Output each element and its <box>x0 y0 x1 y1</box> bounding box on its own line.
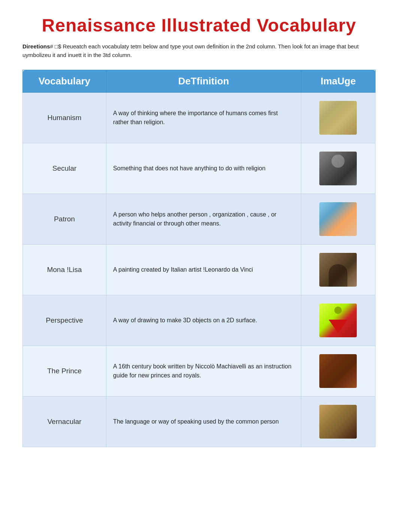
vocab-image <box>319 304 357 337</box>
vocab-image <box>319 202 357 236</box>
table-header-row: Vocabulary DeTfinition ImaUge <box>23 70 376 93</box>
table-row: SecularSomething that does not have anyt… <box>23 143 376 194</box>
vocab-term: The Prince <box>23 346 106 397</box>
image-cell <box>301 93 375 143</box>
image-cell <box>301 143 375 194</box>
image-cell <box>301 295 375 346</box>
vocab-term: Perspective <box>23 295 106 346</box>
page-title: Renaissance Illustrated Vocabulary <box>22 15 376 36</box>
vocab-term: Patron <box>23 194 106 245</box>
vocab-image <box>319 405 357 439</box>
vocab-term: Secular <box>23 143 106 194</box>
definition-cell: A person who helps another person , orga… <box>106 194 301 245</box>
col-header-vocabulary: Vocabulary <box>23 70 106 93</box>
definition-cell: The language or way of speaking used by … <box>106 397 301 447</box>
table-row: VernacularThe language or way of speakin… <box>23 397 376 447</box>
table-row: PerspectiveA way of drawing to make 3D o… <box>23 295 376 346</box>
directions-text: Direetions# □$ Reueatch each vocabulaty … <box>22 42 376 59</box>
definition-cell: A painting created by Italian artist !Le… <box>106 245 301 295</box>
table-row: Mona !LisaA painting created by Italian … <box>23 245 376 295</box>
definition-cell: Something that does not have anything to… <box>106 143 301 194</box>
directions-label: Direetions <box>22 43 50 50</box>
vocab-term: Humanism <box>23 93 106 143</box>
image-cell <box>301 194 375 245</box>
table-row: HumanismA way of thinking where the impo… <box>23 93 376 143</box>
vocab-image <box>319 152 357 185</box>
col-header-definition: DeTfinition <box>106 70 301 93</box>
vocab-term: Mona !Lisa <box>23 245 106 295</box>
directions-body: # □$ Reueatch each vocabulaty tetm below… <box>22 43 359 58</box>
vocab-image <box>319 101 357 135</box>
image-cell <box>301 346 375 397</box>
col-header-image: ImaUge <box>301 70 375 93</box>
vocabulary-table: Vocabulary DeTfinition ImaUge HumanismA … <box>22 70 376 447</box>
vocab-term: Vernacular <box>23 397 106 447</box>
table-row: The PrinceA 16th century book written by… <box>23 346 376 397</box>
definition-cell: A way of drawing to make 3D objects on a… <box>106 295 301 346</box>
image-cell <box>301 245 375 295</box>
image-cell <box>301 397 375 447</box>
definition-cell: A way of thinking where the importance o… <box>106 93 301 143</box>
table-row: PatronA person who helps another person … <box>23 194 376 245</box>
vocab-image <box>319 354 357 388</box>
vocab-image <box>319 253 357 287</box>
definition-cell: A 16th century book written by Niccolò M… <box>106 346 301 397</box>
